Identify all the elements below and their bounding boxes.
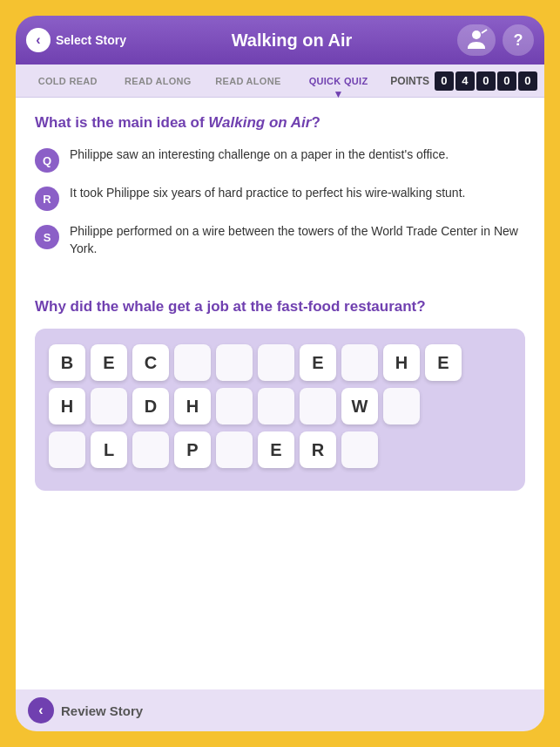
- tile-empty-4[interactable]: [341, 344, 378, 381]
- tile-d[interactable]: D: [132, 388, 169, 424]
- answer-option-q[interactable]: Q Philippe saw an interesting challenge …: [35, 146, 525, 173]
- main-content: What is the main idea of Walking on Air?…: [16, 98, 544, 689]
- tile-empty-8[interactable]: [300, 388, 336, 424]
- tab-bar: COLD READ READ ALONG READ ALONE QUICK QU…: [16, 65, 544, 98]
- tile-empty-1[interactable]: [174, 344, 211, 381]
- back-button[interactable]: ‹ Select Story: [26, 28, 126, 52]
- answer-letter-r: R: [35, 187, 59, 211]
- answer-option-s[interactable]: S Philippe performed on a wire between t…: [35, 223, 525, 257]
- tile-h2[interactable]: H: [49, 388, 85, 424]
- puzzle-row-1: B E C E H E: [49, 344, 511, 381]
- answer-letter-q: Q: [35, 148, 59, 173]
- word-puzzle-area: B E C E H E H D H W: [35, 329, 525, 491]
- review-story-button[interactable]: ‹ Review Story: [28, 697, 143, 723]
- review-back-icon: ‹: [28, 697, 54, 723]
- answer-letter-s: S: [35, 225, 59, 249]
- header-icons: ?: [457, 24, 534, 56]
- question1-title: What is the main idea of Walking on Air?: [35, 113, 525, 132]
- tile-e3[interactable]: E: [425, 344, 462, 381]
- tile-empty-10[interactable]: [49, 431, 85, 468]
- tile-empty-6[interactable]: [216, 388, 253, 424]
- page-title: Walking on Air: [126, 31, 457, 51]
- answer-option-r[interactable]: R It took Philippe six years of hard pra…: [35, 185, 525, 211]
- tile-empty-5[interactable]: [91, 388, 127, 424]
- points-digit-4: 0: [497, 71, 516, 91]
- tile-empty-3[interactable]: [258, 344, 294, 381]
- tile-e1[interactable]: E: [91, 344, 127, 381]
- header-bar: ‹ Select Story Walking on Air ?: [16, 16, 544, 65]
- points-digits: 0 4 0 0 0: [435, 71, 537, 91]
- points-section: POINTS 0 4 0 0 0: [390, 71, 537, 91]
- person-icon[interactable]: [457, 24, 496, 56]
- tab-quick-quiz[interactable]: QUICK QUIZ: [293, 71, 384, 92]
- tile-empty-9[interactable]: [383, 388, 420, 424]
- tile-empty-7[interactable]: [258, 388, 294, 424]
- tile-h3[interactable]: H: [174, 388, 211, 424]
- tile-p[interactable]: P: [174, 431, 211, 468]
- svg-point-0: [472, 31, 481, 39]
- tile-r[interactable]: R: [300, 431, 336, 468]
- answer-text-q: Philippe saw an interesting challenge on…: [70, 146, 525, 164]
- tile-e2[interactable]: E: [300, 344, 336, 381]
- tile-c[interactable]: C: [132, 344, 169, 381]
- tile-l[interactable]: L: [91, 431, 127, 468]
- tab-read-alone[interactable]: READ ALONE: [203, 71, 293, 92]
- back-label: Select Story: [56, 33, 126, 47]
- tab-cold-read[interactable]: COLD READ: [23, 71, 113, 92]
- svg-line-1: [482, 30, 487, 33]
- points-digit-1: 0: [435, 71, 454, 91]
- bottom-bar: ‹ Review Story: [16, 689, 544, 731]
- answer-text-r: It took Philippe six years of hard pract…: [70, 185, 525, 202]
- points-digit-5: 0: [518, 71, 537, 91]
- back-chevron-icon: ‹: [26, 28, 51, 52]
- tile-empty-2[interactable]: [216, 344, 253, 381]
- tile-w[interactable]: W: [341, 388, 378, 424]
- tile-b[interactable]: B: [49, 344, 85, 381]
- help-icon[interactable]: ?: [503, 24, 534, 56]
- answer-text-s: Philippe performed on a wire between the…: [70, 223, 525, 257]
- puzzle-row-3: L P E R: [49, 431, 511, 468]
- points-label: POINTS: [390, 75, 429, 87]
- tile-e4[interactable]: E: [258, 431, 294, 468]
- tile-empty-13[interactable]: [341, 431, 378, 468]
- puzzle-row-2: H D H W: [49, 388, 511, 424]
- question2-title: Why did the whale get a job at the fast-…: [35, 297, 525, 316]
- points-digit-2: 4: [455, 71, 475, 91]
- tile-empty-11[interactable]: [132, 431, 169, 468]
- tile-empty-12[interactable]: [216, 431, 253, 468]
- points-digit-3: 0: [476, 71, 496, 91]
- tile-h1[interactable]: H: [383, 344, 420, 381]
- tab-read-along[interactable]: READ ALONG: [113, 71, 204, 92]
- review-label: Review Story: [61, 703, 143, 718]
